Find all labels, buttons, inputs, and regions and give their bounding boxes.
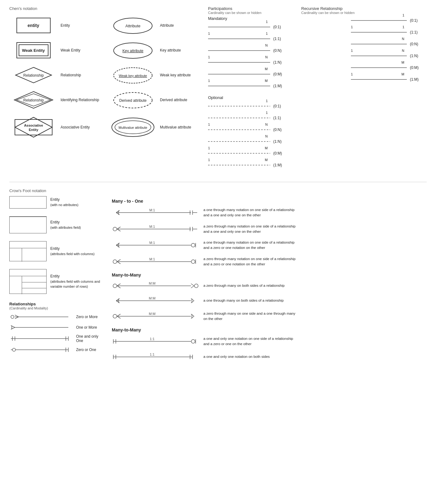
participation-mandatory-row-0: 1 (0:1) (208, 23, 338, 31)
p-right-4: M (265, 67, 268, 71)
r-line-3: 1 N (345, 53, 407, 59)
svg-text:Relationship: Relationship (23, 98, 43, 102)
m2one-desc-0: a one through many notation on one side … (199, 207, 427, 218)
svg-text:M:1: M:1 (149, 241, 155, 245)
svg-line-40 (15, 315, 19, 317)
svg-text:Attribute: Attribute (125, 24, 140, 28)
r-right-5: M (402, 72, 404, 76)
p-opt-line-1: 1 (208, 115, 270, 121)
relationship-shape: Relationship (9, 67, 57, 84)
svg-line-73 (116, 245, 120, 247)
svg-line-104 (117, 316, 120, 318)
r-right-0: 1 (402, 13, 404, 17)
p-card-0: (0:1) (273, 25, 289, 29)
p-line-3: 1 N (208, 59, 270, 65)
p-opt-svg-5 (208, 162, 270, 168)
chen-identifying-row: Relationship Identifying Relationship (9, 91, 109, 109)
svg-point-84 (191, 260, 195, 263)
cf-entity-4-left (10, 276, 22, 294)
p-opt-line-2: 1 N (208, 127, 270, 133)
svg-line-103 (117, 314, 120, 316)
rel-zero-one-label: Zero or One (71, 348, 96, 352)
chen-entities-column: entity Entity Weak Entity Weak Entity (9, 16, 109, 173)
svg-text:Relationship: Relationship (23, 73, 43, 78)
p-opt-left-4: 1 (208, 146, 210, 150)
r-right-3: N (402, 49, 404, 52)
recursive-row-1: 1 1 (1:1) (345, 28, 432, 37)
participation-optional-row-3: N (1:N) (208, 137, 338, 146)
cf-entity-with-cols-box (9, 241, 47, 261)
weak-key-attribute-row: Weak key attribute Weak key attribute (109, 66, 208, 84)
p-opt-card-0: (0:1) (273, 104, 289, 108)
r-svg-5 (345, 76, 407, 83)
svg-text:M:M: M:M (149, 312, 155, 316)
one-to-one-title: Many-to-Many (112, 327, 427, 332)
svg-point-38 (11, 315, 14, 318)
relationships-sub: (Cardinality and Modality) (9, 306, 106, 310)
rel-one-only: One and onlyOne (9, 334, 106, 343)
participation-mandatory-row-2: N (0:N) (208, 46, 338, 55)
cf-entity-with-attr-box (9, 216, 47, 233)
o2one-row-1: 1:1 a one and only one notation on both … (112, 352, 427, 362)
p-opt-left-2: 1 (208, 123, 210, 126)
cf-entity-with-cols-label: Entity (attributes field with columns) (47, 246, 94, 257)
svg-text:1:1: 1:1 (150, 353, 154, 356)
m2many-desc-0: a zero through many on both sides of a r… (199, 283, 427, 288)
o2one-desc-0: a one and only one notation on one side … (199, 336, 427, 347)
r-left-3: 1 (351, 49, 353, 52)
cf-entity-3-left (10, 248, 22, 262)
weak-key-attribute-svg: Weak key attribute (113, 67, 153, 84)
crows-right: Many - to - One M:1 a one through many (112, 196, 427, 367)
cf-entity-with-attr-inner (10, 217, 46, 227)
svg-line-44 (11, 327, 15, 329)
r-svg-1 (345, 29, 407, 35)
relationship-description: Relationship (57, 73, 109, 77)
cf-entity-no-attr-line2: (with no attributes) (50, 203, 78, 207)
m2many-desc-2: a zero through many on one side and a on… (199, 311, 427, 322)
cf-entity-4-row-1 (22, 276, 46, 282)
identifying-diamond-svg: Relationship (13, 91, 54, 109)
attribute-ellipse-svg: Attribute (113, 17, 153, 34)
crows-left: Entity (with no attributes) Entity (with… (9, 196, 106, 367)
participation-mandatory-row-4: M (0:M) (208, 70, 338, 79)
derived-attribute-svg: Derived attribute (113, 92, 153, 109)
m2one-svg-0: M:1 (112, 208, 199, 217)
recursive-row-3: 1 N (1:N) (345, 52, 432, 60)
svg-point-79 (113, 260, 117, 263)
p-opt-card-5: (1:M) (273, 163, 289, 167)
participation-optional-row-4: 1 M (0:M) (208, 149, 338, 158)
key-attribute-description: Key attribute (157, 48, 208, 52)
m2one-desc-3: a zero through many notation on one side… (199, 256, 427, 267)
weak-entity-shape: Weak Entity (9, 42, 57, 58)
entity-label-text: entity (28, 23, 39, 28)
chen-weak-entity-row: Weak Entity Weak Entity (9, 41, 109, 60)
r-svg-2 (345, 41, 407, 47)
svg-line-80 (117, 259, 120, 262)
p-opt-line-4: 1 M (208, 150, 270, 156)
svg-line-95 (116, 301, 120, 303)
cf-entity-with-rows-box (9, 269, 47, 294)
derived-attribute-description: Derived attribute (157, 98, 208, 102)
p-opt-svg-4 (208, 150, 270, 156)
crows-title: Crow's Foot notation (9, 188, 427, 193)
p-left-3: 1 (208, 55, 210, 59)
spacer (283, 6, 301, 15)
rel-zero-one-svg (9, 346, 71, 353)
svg-line-66 (117, 229, 120, 231)
p-opt-svg-0 (208, 103, 270, 109)
cf-entity-with-attr-label: Entity (with attributes field) (47, 220, 81, 230)
cf-entity-no-attr-line1: Entity (50, 197, 60, 202)
p-opt-line-0: 1 (208, 103, 270, 109)
cf-entity-no-attr-row: Entity (with no attributes) (9, 196, 106, 209)
relationships-section: Relationships (Cardinality and Modality)… (9, 302, 106, 353)
p-line-svg-5 (208, 83, 270, 89)
r-line-5: 1 M (345, 76, 407, 83)
chen-entity-row: entity Entity (9, 16, 109, 35)
rel-zero-more-svg (9, 313, 71, 321)
m2one-row-1: M:1 a zero through many notation on one … (112, 224, 427, 235)
key-attribute-ellipse-svg: Key attribute (113, 42, 153, 59)
cf-entity-with-cols-line2: (attributes field with columns) (50, 252, 94, 256)
attribute-description: Attribute (157, 23, 208, 28)
p-opt-card-2: (0:N) (273, 128, 289, 132)
r-svg-4 (345, 65, 407, 71)
